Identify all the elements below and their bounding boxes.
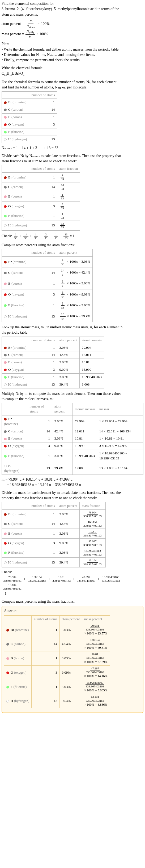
element-color-dot [6, 686, 9, 688]
atomic-mass-value: 1.008 [80, 381, 104, 388]
element-color-dot [4, 354, 7, 356]
mass-fraction-value: 168.154338.967403163 [80, 519, 106, 529]
mass-u-table: number of atomsatom percentatomic mass/u… [2, 403, 143, 474]
mass-fractions-text-2: property that mass fractions must sum to… [2, 495, 143, 501]
element-name: (carbon) [11, 353, 23, 357]
element-color-dot [4, 315, 7, 318]
element-color-dot [4, 272, 7, 274]
num-atoms-value: 13 [29, 221, 57, 230]
plan-item: Determine values for Nᵢ, mᵢ, Nₐₜₒₘₛ and … [2, 52, 143, 58]
num-atoms-value: 3 [29, 289, 57, 300]
element-symbol: O [8, 541, 10, 545]
mass-fraction-value: 79.904338.967403163 [80, 509, 106, 519]
atom-fraction-value: 133 [57, 211, 80, 221]
num-atoms-value: 1 [27, 435, 52, 442]
num-atoms-value: 3 [29, 366, 57, 374]
atom-percent-value: 1433 × 100% = 42.4% [57, 268, 93, 278]
count-atoms-text-1: Use the chemical formula to count the nu… [2, 80, 143, 85]
atom-percent-value: 9.09% [59, 665, 82, 680]
atomic-mass-value: 1.008 [73, 462, 97, 474]
num-atoms-value: 14 [29, 519, 57, 529]
table-row: O (oxygen)39.09%15.9993 × 15.999 = 47.99… [2, 442, 143, 450]
element-color-dot [4, 532, 7, 535]
element-name: (bromine) [4, 422, 18, 426]
element-symbol: Br [8, 175, 12, 179]
check-label: Check: [2, 569, 12, 575]
times-100: × 100% [38, 21, 50, 27]
mass-u-text-2: to compute the molecular mass, m: [2, 396, 143, 402]
table-row: C (carbon)141433 × 100% = 42.4% [2, 268, 93, 278]
element-color-dot [4, 430, 7, 433]
atomic-mass-value: 79.904 [80, 344, 104, 351]
element-color-dot [4, 261, 7, 264]
element-symbol: B [8, 281, 10, 285]
element-color-dot [4, 445, 7, 447]
element-symbol: H [8, 464, 10, 468]
element-symbol: B [8, 436, 10, 440]
element-name: (carbon) [11, 429, 23, 433]
table-row: B (boron)13.03%10.81338.967403163 [2, 529, 106, 538]
col-num-atoms: number of atoms [32, 615, 59, 623]
element-symbol: Br [8, 346, 12, 349]
element-color-dot [4, 186, 7, 189]
atom-fractions-text-2: atom fractions must sum to one to check … [2, 159, 143, 164]
table-row: B (boron)1133 [2, 192, 80, 202]
element-symbol: C [8, 271, 10, 275]
num-atoms-value: 14 [29, 268, 57, 278]
element-symbol: C [10, 642, 13, 646]
element-color-dot [4, 176, 7, 179]
element-name: (hydrogen) [12, 560, 27, 564]
check-label: Check: [2, 234, 12, 239]
element-color-dot [4, 552, 7, 554]
plan-item: Finally, compute the percents and check … [2, 58, 143, 63]
num-atoms-value: 14 [29, 351, 57, 359]
num-atoms-value: 1 [29, 173, 57, 182]
element-name: (oxygen) [12, 444, 24, 448]
atomic-mass-value: 18.998403163 [73, 450, 97, 462]
element-name: (hydrogen) [12, 137, 27, 141]
atomic-mass-value: 15.999 [73, 442, 97, 450]
atomic-mass-value: 10.81 [73, 435, 97, 442]
num-atoms-value: 1 [29, 192, 57, 202]
element-name: (boron) [11, 115, 22, 119]
element-symbol: H [8, 382, 10, 386]
element-color-dot [4, 347, 7, 349]
atom-percents-table: number of atomsatom percent Br (bromine)… [2, 249, 93, 322]
intro-line-2: 3–bromo–2–(4'–fluorobenzyloxy)–5–methylp… [2, 7, 119, 11]
element-color-dot [4, 195, 7, 198]
element-color-dot [6, 700, 9, 703]
element-symbol: H [8, 314, 10, 318]
col-atom-percent: atom percent [57, 502, 80, 509]
element-name: (carbon) [11, 185, 23, 189]
element-symbol: H [8, 223, 10, 227]
mass-fraction-check: Check: 79.904338.967403163 + 168.154338.… [2, 569, 143, 596]
element-color-dot [4, 138, 7, 141]
atomic-mass-section: Look up the atomic mass, mᵢ, in unified … [2, 324, 143, 389]
col-mass-u: mass/u [97, 403, 143, 415]
natoms-sum-line: Nₐₜₒₘₛ = 1 + 14 + 1 + 3 + 1 + 13 = 33 [2, 145, 143, 151]
table-row: Br (bromine)1133 × 100% = 3.03% [2, 256, 93, 268]
table-row: H (hydrogen)1339.4%13.104338.967403163 [2, 558, 106, 567]
atom-percent-value: 39.4% [59, 694, 82, 708]
element-color-dot [4, 383, 7, 386]
element-color-dot [4, 108, 7, 111]
atomic-mass-text-1: Look up the atomic mass, mᵢ, in unified … [2, 324, 143, 330]
table-row: F (fluorine)1133 × 100% = 3.03% [2, 300, 93, 311]
table-row: Br (bromine)13.03%79.9041 × 79.904 = 79.… [2, 415, 143, 428]
element-color-dot [4, 282, 7, 285]
mass-fractions-section: Divide the mass for each element by m to… [2, 490, 143, 596]
atom-percent-value: 42.4% [57, 351, 80, 359]
element-color-dot [4, 116, 7, 119]
mass-u-value: 1 × 18.998403163 = 18.998403163 [97, 450, 143, 462]
element-name: (bromine) [13, 260, 26, 264]
col-atom-fraction: atom fraction [57, 165, 80, 173]
table-row: C (carbon)1442.4%168.154338.967403163 [2, 519, 106, 529]
mass-percent-value: 13.104338.967403163× 100% = 3.866% [82, 694, 110, 708]
num-atoms-value: 1 [27, 415, 52, 428]
num-atoms-value: 1 [27, 450, 52, 462]
element-name: (oxygen) [14, 671, 27, 675]
num-atoms-value: 1 [32, 623, 59, 637]
atom-percent-label: atom percent = [2, 21, 24, 27]
mass-percent-value: 168.154338.967403163× 100% = 49.61% [82, 637, 110, 651]
num-atoms-value: 3 [29, 121, 57, 128]
